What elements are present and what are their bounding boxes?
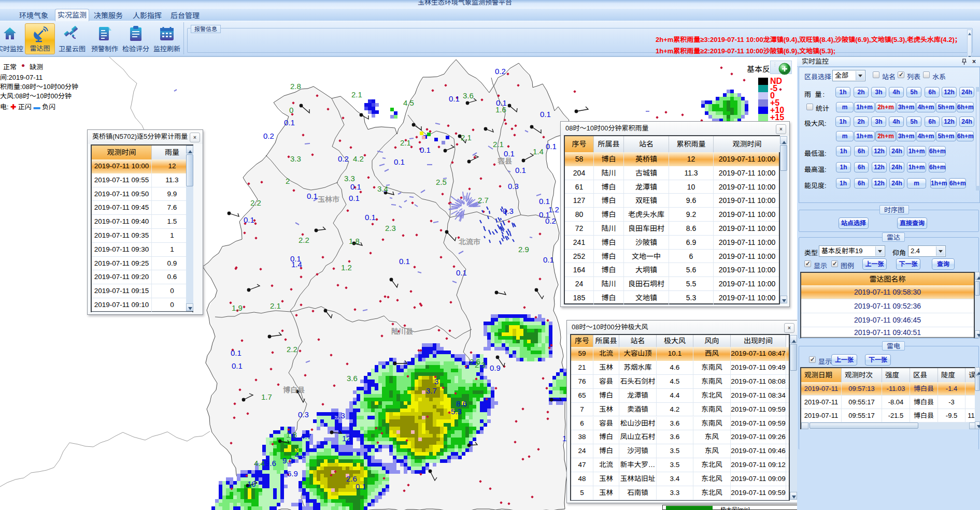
svg-text:0.1: 0.1 — [539, 197, 550, 206]
svg-text:2.7: 2.7 — [478, 196, 489, 205]
svg-text:0.2: 0.2 — [263, 132, 274, 140]
svg-text:0.9: 0.9 — [490, 363, 501, 372]
svg-text:3.6: 3.6 — [463, 91, 474, 100]
svg-text:1.4: 1.4 — [533, 147, 544, 156]
svg-text:0.1: 0.1 — [350, 182, 361, 191]
svg-text:0.1: 0.1 — [449, 94, 460, 103]
svg-text:0.1: 0.1 — [496, 98, 507, 107]
svg-text:4.4: 4.4 — [254, 459, 265, 468]
svg-text:博白县: 博白县 — [283, 386, 305, 394]
svg-text:0.1: 0.1 — [231, 348, 242, 357]
svg-text:1.2: 1.2 — [341, 263, 352, 272]
svg-text:10: 10 — [247, 479, 256, 488]
svg-text:3.7: 3.7 — [426, 386, 437, 395]
svg-text:0.1: 0.1 — [356, 482, 366, 491]
svg-text:4.5: 4.5 — [403, 98, 414, 107]
svg-text:1.2: 1.2 — [548, 205, 559, 214]
svg-text:0.1: 0.1 — [349, 194, 360, 202]
svg-text:2.1: 2.1 — [400, 138, 411, 147]
svg-text:2.2: 2.2 — [250, 198, 261, 207]
svg-text:0: 0 — [289, 106, 293, 114]
svg-text:0.1: 0.1 — [420, 145, 431, 154]
svg-text:陆川县: 陆川县 — [391, 327, 413, 336]
svg-text:2.1: 2.1 — [351, 90, 362, 99]
svg-text:0.1: 0.1 — [232, 361, 243, 370]
svg-text:0.3: 0.3 — [508, 182, 519, 191]
svg-text:0.3: 0.3 — [298, 410, 309, 419]
svg-text:2.5: 2.5 — [436, 178, 447, 186]
svg-text:3.4: 3.4 — [377, 184, 388, 193]
svg-text:3.3: 3.3 — [344, 174, 355, 183]
svg-text:9.2: 9.2 — [282, 456, 293, 465]
svg-text:1.9: 1.9 — [232, 303, 243, 312]
svg-text:2.2: 2.2 — [299, 236, 309, 244]
svg-text:2.1: 2.1 — [493, 140, 504, 149]
svg-text:4.7: 4.7 — [301, 432, 311, 441]
svg-text:3.3: 3.3 — [334, 411, 345, 420]
svg-text:0.1: 0.1 — [244, 215, 254, 224]
svg-text:0.3: 0.3 — [503, 207, 514, 215]
svg-text:容县: 容县 — [497, 157, 512, 165]
svg-text:2.3: 2.3 — [475, 360, 486, 369]
svg-text:2.2: 2.2 — [287, 345, 297, 354]
svg-text:0.1: 0.1 — [543, 255, 554, 264]
svg-text:2: 2 — [286, 177, 290, 185]
svg-text:3.6: 3.6 — [347, 374, 358, 383]
svg-text:6.9: 6.9 — [287, 469, 298, 478]
svg-text:1.4: 1.4 — [291, 260, 302, 269]
svg-text:0.2: 0.2 — [338, 154, 349, 163]
svg-text:0.1: 0.1 — [394, 157, 405, 166]
svg-text:4.1: 4.1 — [295, 450, 306, 459]
svg-text:0.1: 0.1 — [456, 268, 467, 277]
svg-text:0.2: 0.2 — [545, 216, 556, 225]
svg-text:0.1: 0.1 — [365, 213, 376, 222]
svg-text:0.1: 0.1 — [515, 166, 526, 174]
svg-text:3.3: 3.3 — [290, 154, 301, 163]
svg-text:5.3: 5.3 — [451, 407, 462, 416]
svg-text:0.1: 0.1 — [284, 118, 295, 127]
svg-text:1.8: 1.8 — [286, 430, 297, 439]
svg-text:3: 3 — [434, 377, 438, 386]
svg-text:2.8: 2.8 — [290, 82, 301, 91]
svg-text:12: 12 — [342, 434, 351, 443]
svg-text:2.1: 2.1 — [270, 301, 281, 310]
svg-text:2.1: 2.1 — [461, 133, 472, 142]
svg-text:1.8: 1.8 — [349, 237, 360, 245]
svg-text:2.3: 2.3 — [385, 224, 396, 232]
svg-text:4.2: 4.2 — [353, 154, 364, 163]
svg-text:0.1: 0.1 — [540, 110, 551, 119]
svg-text:北流市: 北流市 — [459, 238, 480, 246]
svg-text:0.1: 0.1 — [399, 257, 410, 266]
svg-text:0.2: 0.2 — [495, 67, 506, 76]
svg-text:1.7: 1.7 — [261, 392, 272, 401]
svg-text:玉林市: 玉林市 — [318, 195, 339, 203]
svg-text:0.1: 0.1 — [546, 142, 557, 151]
svg-text:2.9: 2.9 — [518, 245, 529, 254]
svg-text:9.6: 9.6 — [265, 459, 276, 468]
svg-text:0.1: 0.1 — [307, 192, 318, 200]
